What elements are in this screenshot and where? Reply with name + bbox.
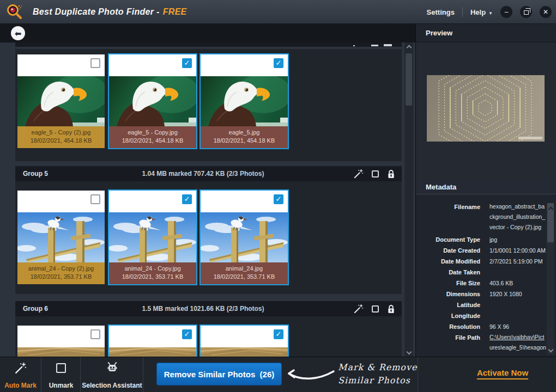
group-lock-button[interactable] — [387, 169, 395, 179]
photo-checkbox-checked[interactable]: ✓ — [274, 58, 283, 68]
group-automark-button[interactable] — [354, 169, 364, 179]
photo-card-top: ✓ — [201, 326, 288, 347]
metadata-value: jpg — [489, 236, 547, 243]
photo-label: animal_24.jpg18/02/2021, 353.71 KB — [201, 262, 288, 284]
close-button[interactable]: ✕ — [540, 6, 552, 18]
metadata-label: Date Modified — [416, 258, 480, 265]
photo-checkbox-checked[interactable]: ✓ — [182, 329, 192, 339]
right-panel: Preview Metadata Filenamehexagon_abstrac… — [415, 24, 556, 357]
photo-card[interactable]: animal_24 - Copy (2).jpg18/02/2021, 353.… — [17, 191, 105, 284]
metadata-label: Resolution — [416, 323, 480, 330]
photo-card[interactable]: ✓ animal_24.jpg18/02/2021, 353.71 KB — [201, 191, 288, 284]
group-panel: ✓ ✓ — [15, 316, 402, 357]
back-button[interactable]: ⬅ — [11, 26, 25, 40]
scrollbar-thumb[interactable] — [406, 53, 412, 106]
results-summary: 39 Similar Photos in 13 Groups - Total S… — [33, 24, 404, 42]
photo-checkbox-checked[interactable]: ✓ — [182, 58, 192, 68]
group-select-checkbox[interactable] — [372, 170, 379, 177]
photo-checkbox-unchecked[interactable] — [90, 58, 100, 68]
preview-area — [416, 42, 556, 180]
bird-photo-thumbnail — [109, 212, 196, 262]
metadata-scrollbar[interactable] — [547, 203, 554, 354]
bottom-toolbar: Auto Mark Unmark Selection Assistant Rem… — [0, 357, 556, 392]
robot-icon — [106, 362, 119, 373]
photo-checkbox-unchecked[interactable] — [90, 194, 100, 204]
metadata-label: File Path — [416, 334, 480, 353]
lock-icon — [387, 304, 395, 314]
chevron-down-icon: ▼ — [488, 11, 493, 16]
group-select-checkbox[interactable] — [372, 305, 379, 313]
app-title: Best Duplicate Photo Finder -FREE — [33, 0, 187, 24]
photo-checkbox-unchecked[interactable] — [90, 329, 100, 339]
group-header: Group 6 1.5 MB marked 1021.66 KB (2/3 Ph… — [15, 301, 402, 316]
app-window: Best Duplicate Photo Finder -FREE Settin… — [0, 0, 556, 392]
metadata-panel: Filenamehexagon_abstract_background_illu… — [416, 194, 556, 356]
selection-assistant-button[interactable]: Selection Assistant — [81, 357, 143, 392]
photo-checkbox-checked[interactable]: ✓ — [182, 194, 192, 204]
metadata-label: Date Taken — [416, 268, 480, 276]
magic-wand-icon — [354, 304, 364, 314]
lock-icon — [387, 169, 395, 179]
free-badge: FREE — [163, 7, 187, 16]
preview-image — [427, 75, 545, 142]
unmark-button[interactable]: Unmark — [42, 357, 81, 392]
group-panel: eagle_5 - Copy (2).jpg18/02/2021, 454.18… — [15, 49, 402, 161]
photo-card-top: ✓ — [109, 191, 196, 212]
group-name: Group 6 — [23, 301, 48, 316]
clipped-group-header — [15, 42, 402, 47]
photo-card[interactable] — [17, 326, 105, 357]
metadata-value: 1/1/0001 12:00:00 AM — [489, 247, 547, 254]
scroll-down-button[interactable] — [404, 348, 413, 356]
photo-card[interactable]: ✓ animal_24 - Copy.jpg18/02/2021, 353.71… — [109, 191, 196, 284]
photo-label: eagle_5 - Copy (2).jpg18/02/2021, 454.18… — [17, 126, 105, 148]
main-scrollbar[interactable] — [404, 42, 413, 357]
metadata-value: 1920 X 1080 — [489, 290, 547, 298]
magic-wand-icon — [15, 362, 27, 374]
photo-card-top: ✓ — [109, 54, 196, 76]
bird-photo-thumbnail — [17, 212, 105, 262]
photo-card[interactable]: eagle_5 - Copy (2).jpg18/02/2021, 454.18… — [17, 54, 105, 148]
activate-now-link[interactable]: Activate Now — [464, 368, 541, 377]
group-summary: 1.04 MB marked 707.42 KB (2/3 Photos) — [81, 166, 325, 181]
metadata-value — [489, 312, 547, 320]
maximize-icon — [524, 10, 529, 15]
scroll-up-button[interactable] — [404, 44, 413, 51]
metadata-label: Latitude — [416, 301, 480, 309]
settings-button[interactable]: Settings — [427, 8, 455, 16]
duplicate-groups-list: eagle_5 - Copy (2).jpg18/02/2021, 454.18… — [0, 42, 404, 357]
photo-card[interactable]: ✓ — [201, 326, 288, 357]
desert-photo-thumbnail — [201, 347, 288, 357]
toolbar-divider — [418, 357, 418, 392]
metadata-label: Document Type — [416, 236, 480, 243]
remove-similar-photos-button[interactable]: Remove Similar Photos (26) — [157, 363, 281, 385]
maximize-button[interactable] — [520, 6, 532, 18]
results-summary-bar: ⬅ 39 Similar Photos in 13 Groups - Total… — [0, 24, 415, 42]
metadata-label: File Size — [416, 279, 480, 287]
group-lock-button[interactable] — [387, 304, 395, 314]
photo-checkbox-checked[interactable]: ✓ — [274, 194, 283, 204]
file-path-continued: ures\eagle_5\hexagon — [489, 344, 546, 351]
metadata-scroll-down[interactable] — [547, 346, 554, 353]
group-name: Group 5 — [23, 166, 48, 181]
minimize-button[interactable]: – — [500, 6, 512, 18]
photo-card[interactable]: ✓ — [109, 326, 196, 357]
group-automark-button[interactable] — [354, 304, 364, 314]
photo-card-top: ✓ — [201, 191, 288, 212]
photo-checkbox-checked[interactable]: ✓ — [274, 329, 283, 339]
photo-card-top — [17, 326, 105, 347]
photo-card[interactable]: ✓ eagle_5.jpg18/02/2021, 454.18 KB — [201, 54, 288, 148]
eagle-photo-thumbnail — [17, 76, 105, 126]
photo-card[interactable]: ✓ eagle_5 - Copy.jpg18/02/2021, 454.18 K… — [109, 54, 196, 148]
metadata-scroll-up[interactable] — [547, 205, 554, 213]
file-path-link[interactable]: C:\Users\vaibhav\Pict — [489, 334, 544, 340]
photo-card-top: ✓ — [201, 54, 288, 76]
titlebar-divider — [462, 7, 463, 17]
help-button[interactable]: Help▼ — [470, 8, 493, 16]
bird-photo-thumbnail — [201, 212, 288, 262]
metadata-value: 96 X 96 — [489, 323, 547, 330]
checkbox-icon — [56, 363, 66, 373]
auto-mark-button[interactable]: Auto Mark — [0, 357, 41, 392]
metadata-label: Dimensions — [416, 290, 480, 298]
metadata-value-filepath: C:\Users\vaibhav\Pictures\eagle_5\hexago… — [489, 332, 547, 353]
group-header: Group 5 1.04 MB marked 707.42 KB (2/3 Ph… — [15, 166, 402, 181]
